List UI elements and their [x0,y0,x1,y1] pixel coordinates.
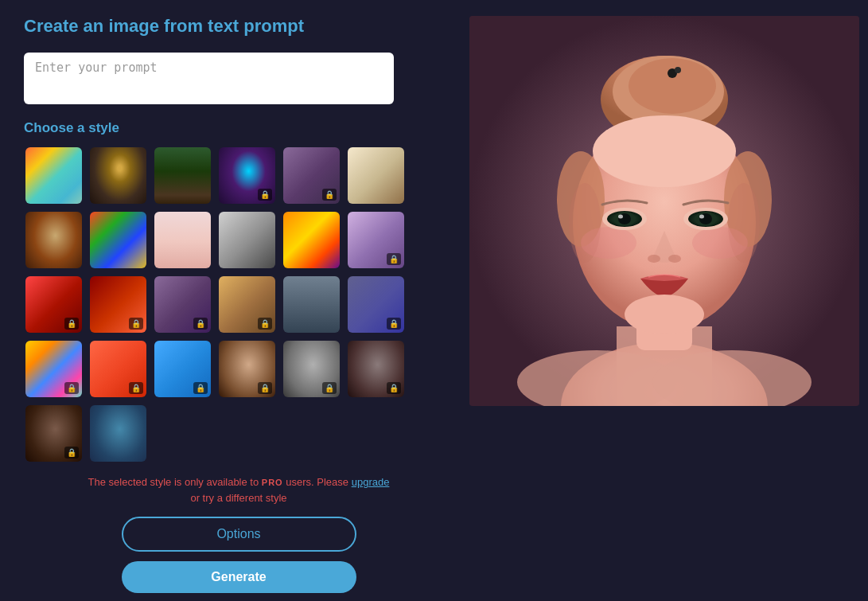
style-swatch-vintage-scene [348,147,406,205]
style-item-abstract-purple[interactable]: 🔒 [346,210,406,270]
portrait-svg [469,16,859,406]
style-item-blue-abstract[interactable]: 🔒 [153,339,212,399]
style-item-sepia-portrait-f[interactable]: 🔒 [346,339,406,399]
style-swatch-colorful-flowers [90,212,148,270]
upgrade-link[interactable]: upgrade [352,476,390,488]
svg-point-28 [699,215,704,219]
style-item-book-illustration[interactable] [282,210,341,270]
svg-point-13 [675,67,681,73]
style-item-foggy-scene[interactable]: 🔒 [346,275,406,334]
lock-icon: 🔒 [193,382,208,394]
choose-style-label: Choose a style [24,120,453,136]
lock-icon: 🔒 [387,318,401,330]
style-item-white-cat[interactable]: 🔒 [282,339,341,399]
style-item-colorful-shapes[interactable]: 🔒 [24,339,84,399]
lock-icon: 🔒 [64,382,79,394]
options-button[interactable]: Options [122,517,356,552]
style-item-renaissance-portrait[interactable] [24,210,84,270]
prompt-input[interactable] [24,53,394,104]
style-item-red-pixelart[interactable]: 🔒 [24,275,84,334]
style-item-pop-art-marilyn[interactable]: 🔒 [217,275,277,334]
lock-icon: 🔒 [129,318,143,330]
generate-button[interactable]: Generate [122,561,356,593]
style-grid: 🔒🔒🔒🔒🔒🔒🔒🔒🔒🔒🔒🔒🔒🔒🔒 [24,146,453,463]
lock-icon: 🔒 [64,318,79,330]
lock-icon: 🔒 [258,382,272,394]
lock-icon: 🔒 [322,382,337,394]
style-item-dark-forest[interactable] [153,146,212,205]
svg-point-23 [618,215,623,219]
warning-text: The selected style is only available to … [24,474,453,505]
style-swatch-architectural [283,276,341,334]
page-title: Create an image from text prompt [24,16,453,37]
lock-icon: 🔒 [64,447,79,459]
style-item-colorful-art[interactable] [24,146,84,205]
style-swatch-colorful-art [25,147,84,205]
svg-point-31 [625,295,704,334]
lock-icon: 🔒 [322,189,337,201]
style-item-portrait-classic[interactable]: 🔒 [282,146,341,205]
style-item-fantasy-creature[interactable]: 🔒 [217,339,277,399]
style-swatch-engraving [219,212,277,270]
lock-icon: 🔒 [193,318,208,330]
style-item-warm-portrait[interactable]: 🔒 [88,275,148,334]
style-swatch-renaissance-portrait [25,212,84,270]
style-item-ballet-dancers[interactable] [153,210,212,270]
svg-point-16 [593,115,736,187]
style-item-hat-portrait[interactable]: 🔒 [24,404,84,463]
right-panel [469,16,859,593]
style-swatch-dark-forest [154,147,212,205]
style-item-sci-fi-neon[interactable]: 🔒 [217,146,277,205]
style-item-vintage-scene[interactable] [346,146,406,205]
style-item-panda-portrait[interactable] [88,146,148,205]
style-item-orange-art[interactable]: 🔒 [88,339,148,399]
lock-icon: 🔒 [258,318,272,330]
style-swatch-panda-portrait [90,147,148,205]
svg-point-18 [692,227,748,259]
style-item-dreamy-purple[interactable]: 🔒 [153,275,212,334]
style-item-engraving[interactable] [217,210,277,270]
svg-point-17 [581,227,636,259]
lock-icon: 🔒 [129,382,143,394]
left-panel: Create an image from text prompt Choose … [24,16,453,593]
svg-point-9 [629,58,716,114]
lock-icon: 🔒 [387,253,401,265]
style-swatch-book-illustration [283,212,341,270]
main-container: Create an image from text prompt Choose … [0,0,868,601]
lock-icon: 🔒 [258,189,272,201]
style-swatch-ballet-dancers [154,212,212,270]
svg-point-29 [648,255,660,263]
svg-point-30 [668,255,681,263]
generated-image [469,16,859,406]
style-item-architectural[interactable] [282,275,341,334]
style-item-blue-face[interactable] [88,404,148,463]
lock-icon: 🔒 [387,382,401,394]
style-swatch-blue-face [90,405,148,463]
style-item-colorful-flowers[interactable] [88,210,148,270]
